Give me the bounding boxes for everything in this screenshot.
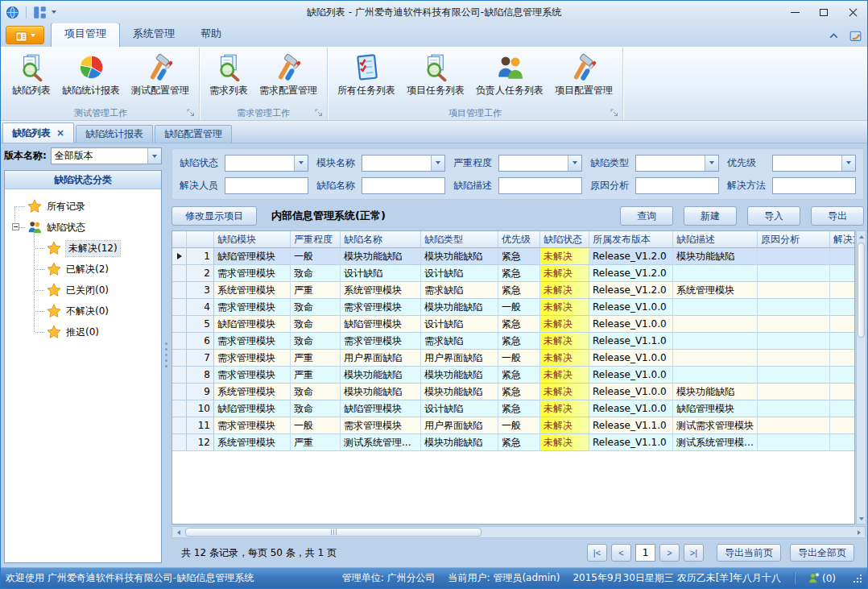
ribbon-tab-1[interactable]: 项目管理 xyxy=(51,23,120,47)
next-page-button[interactable]: > xyxy=(659,544,680,562)
table-row[interactable]: 9系统管理模块致命模块功能缺陷模块功能缺陷紧急未解决Release_V1.0.0… xyxy=(172,384,854,400)
ribbon-button[interactable]: 缺陷列表 xyxy=(6,50,56,99)
ribbon-button[interactable]: 测试配置管理 xyxy=(126,50,195,99)
ribbon-tab-2[interactable]: 系统管理 xyxy=(120,23,188,47)
export-current-page-button[interactable]: 导出当前页 xyxy=(717,544,781,562)
tree-item-4[interactable]: 已解决(2) xyxy=(6,259,159,280)
filter-combo[interactable] xyxy=(362,155,445,172)
combo-arrow-button[interactable] xyxy=(568,156,581,171)
minimize-button[interactable] xyxy=(780,2,809,23)
table-row[interactable]: 12系统管理模块严重测试系统管理...模块功能缺陷紧急未解决Release_V1… xyxy=(172,434,854,451)
filter-input[interactable] xyxy=(635,177,719,194)
filter-input[interactable] xyxy=(362,177,445,194)
column-header-solution[interactable]: 解决方法 xyxy=(830,231,854,248)
table-row[interactable]: 10缺陷管理模块致命缺陷管理模块设计缺陷紧急未解决Release_V1.0.0缺… xyxy=(172,400,854,417)
combo-arrow-button[interactable] xyxy=(705,156,718,171)
scroll-down-icon[interactable] xyxy=(859,513,864,524)
tree-item-2[interactable]: 缺陷状态 xyxy=(6,217,159,238)
scroll-left-icon[interactable] xyxy=(172,527,184,537)
column-header-type[interactable]: 缺陷类型 xyxy=(421,231,498,248)
table-row[interactable]: 8需求管理模块严重模块功能缺陷模块功能缺陷紧急未解决Release_V1.0.0 xyxy=(172,367,854,384)
column-header-name[interactable]: 缺陷名称 xyxy=(341,231,421,248)
action-button-3[interactable]: 导入 xyxy=(747,206,800,226)
filter-combo[interactable] xyxy=(498,155,582,172)
column-header-release[interactable]: 所属发布版本 xyxy=(589,231,673,248)
action-button-2[interactable]: 新建 xyxy=(684,206,737,226)
column-header-cause[interactable]: 原因分析 xyxy=(758,231,830,248)
last-page-button[interactable]: >| xyxy=(684,544,704,562)
combo-arrow-button[interactable] xyxy=(841,156,855,171)
combo-arrow-button[interactable] xyxy=(294,156,308,171)
version-combo[interactable]: 全部版本 xyxy=(51,147,162,164)
first-page-button[interactable]: |< xyxy=(587,544,607,562)
dialog-launcher-icon[interactable] xyxy=(187,109,195,117)
horizontal-scroll-thumb[interactable] xyxy=(185,528,482,537)
table-row[interactable]: 4需求管理模块致命需求管理模块模块功能缺陷一般未解决Release_V1.0.0 xyxy=(172,299,854,316)
table-row[interactable]: 5缺陷管理模块致命缺陷管理模块设计缺陷紧急未解决Release_V1.0.0 xyxy=(172,316,854,333)
collapse-ribbon-icon[interactable] xyxy=(827,29,841,43)
about-icon[interactable] xyxy=(849,29,862,43)
scroll-right-icon[interactable] xyxy=(853,527,865,537)
filter-input[interactable] xyxy=(772,177,856,194)
ribbon-button[interactable]: 所有任务列表 xyxy=(332,50,401,99)
export-all-pages-button[interactable]: 导出全部页 xyxy=(790,544,854,562)
doc-tab-3[interactable]: 缺陷配置管理 xyxy=(155,125,232,143)
tree-item-7[interactable]: 推迟(0) xyxy=(6,321,159,342)
combo-arrow-button[interactable] xyxy=(431,156,444,171)
filter-input[interactable] xyxy=(498,177,582,194)
filter-combo[interactable] xyxy=(225,155,308,172)
ribbon-button[interactable]: 项目配置管理 xyxy=(549,50,618,99)
column-header-desc[interactable]: 缺陷描述 xyxy=(673,231,758,248)
vertical-scroll-thumb[interactable] xyxy=(858,243,865,338)
maximize-button[interactable] xyxy=(809,2,838,23)
table-row[interactable]: 11需求管理模块一般需求管理模块用户界面缺陷一般未解决Release_V1.1.… xyxy=(172,417,854,434)
divider xyxy=(794,572,795,584)
tree-item-3[interactable]: 未解决(12) xyxy=(6,238,159,259)
filter-combo[interactable] xyxy=(635,155,719,172)
application-menu-button[interactable] xyxy=(6,26,44,44)
column-header-priority[interactable]: 优先级 xyxy=(498,231,540,248)
quick-access-windows-icon[interactable] xyxy=(33,6,47,19)
dialog-launcher-icon[interactable] xyxy=(315,109,323,117)
page-number-input[interactable] xyxy=(635,544,655,562)
collapse-expander-icon[interactable] xyxy=(12,223,19,230)
column-header-module[interactable]: 缺陷模块 xyxy=(214,231,291,248)
doc-tab-1[interactable]: 缺陷列表× xyxy=(2,122,74,143)
vertical-scrollbar[interactable] xyxy=(856,230,866,525)
tree-item-1[interactable]: 所有记录 xyxy=(6,196,159,217)
action-button-1[interactable]: 查询 xyxy=(620,206,673,226)
tree-item-5[interactable]: 已关闭(0) xyxy=(6,280,159,301)
cell-solution xyxy=(830,400,854,417)
table-row[interactable]: 7需求管理模块严重用户界面缺陷用户界面缺陷一般未解决Release_V1.0.0 xyxy=(172,350,854,367)
ribbon-tab-3[interactable]: 帮助 xyxy=(188,23,234,47)
ribbon-button[interactable]: 需求列表 xyxy=(204,50,254,99)
ribbon-button[interactable]: 负责人任务列表 xyxy=(470,50,549,99)
action-button-4[interactable]: 导出 xyxy=(811,206,864,226)
dialog-launcher-icon[interactable] xyxy=(610,109,618,117)
chevron-down-icon[interactable] xyxy=(52,10,56,14)
table-row[interactable]: 2需求管理模块致命设计缺陷设计缺陷紧急未解决Release_V1.2.0 xyxy=(172,265,854,282)
close-button[interactable] xyxy=(838,2,867,23)
ribbon-button[interactable]: 项目任务列表 xyxy=(401,50,470,99)
tree-item-6[interactable]: 不解决(0) xyxy=(6,301,159,321)
table-row[interactable]: 1缺陷管理模块一般模块功能缺陷模块功能缺陷紧急未解决Release_V1.2.0… xyxy=(172,248,854,265)
filter-combo[interactable] xyxy=(772,155,856,172)
scroll-up-icon[interactable] xyxy=(859,231,864,242)
prev-page-button[interactable]: < xyxy=(611,544,631,562)
ribbon-button[interactable]: 需求配置管理 xyxy=(254,50,323,99)
doc-tab-2[interactable]: 缺陷统计报表 xyxy=(76,125,153,143)
table-row[interactable]: 6需求管理模块致命需求管理模块需求缺陷紧急未解决Release_V1.1.0 xyxy=(172,333,854,350)
ribbon-button[interactable]: 缺陷统计报表 xyxy=(56,50,126,99)
modify-columns-button[interactable]: 修改显示项目 xyxy=(172,206,257,226)
column-header-severity[interactable]: 严重程度 xyxy=(291,231,341,248)
close-tab-icon[interactable]: × xyxy=(56,128,64,138)
filter-input[interactable] xyxy=(225,177,308,194)
horizontal-scrollbar[interactable] xyxy=(172,526,866,538)
cell-type: 用户界面缺陷 xyxy=(421,417,498,434)
sidebar-splitter[interactable] xyxy=(163,147,169,563)
resize-grip-icon[interactable] xyxy=(852,573,862,583)
online-users[interactable]: (0) xyxy=(808,572,836,584)
column-header-status[interactable]: 缺陷状态 xyxy=(540,231,589,248)
table-row[interactable]: 3系统管理模块严重系统管理模块需求缺陷紧急未解决Release_V1.2.0系统… xyxy=(172,282,854,299)
version-combo-arrow[interactable] xyxy=(147,148,161,164)
